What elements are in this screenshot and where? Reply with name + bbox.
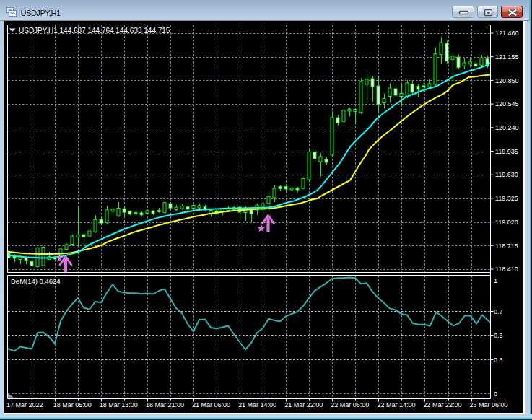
svg-text:121.460: 121.460 [495, 30, 519, 37]
svg-text:22 Mar 22:00: 22 Mar 22:00 [424, 401, 462, 408]
svg-text:0.7: 0.7 [494, 308, 503, 315]
svg-text:18 Mar 21:00: 18 Mar 21:00 [146, 401, 184, 408]
svg-text:0.5: 0.5 [494, 332, 503, 339]
svg-text:120.545: 120.545 [495, 100, 519, 108]
svg-text:22 Mar 06:00: 22 Mar 06:00 [331, 401, 369, 408]
svg-text:USDJPY,H1 144.687 144.764 144.: USDJPY,H1 144.687 144.764 144.633 144.71… [19, 27, 170, 35]
svg-text:118.715: 118.715 [495, 242, 518, 250]
svg-text:18 Mar 05:00: 18 Mar 05:00 [53, 401, 92, 408]
svg-text:118.410: 118.410 [495, 266, 518, 273]
svg-text:21 Mar 06:00: 21 Mar 06:00 [192, 401, 230, 408]
svg-text:119.325: 119.325 [495, 195, 518, 202]
svg-text:22 Mar 14:00: 22 Mar 14:00 [377, 401, 415, 408]
svg-text:21 Mar 14:00: 21 Mar 14:00 [238, 401, 276, 408]
svg-text:DeM(14) 0.4624: DeM(14) 0.4624 [11, 277, 61, 285]
svg-text:21 Mar 22:00: 21 Mar 22:00 [284, 401, 323, 408]
svg-text:121.155: 121.155 [495, 53, 519, 61]
svg-text:119.935: 119.935 [495, 148, 518, 155]
svg-text:1: 1 [494, 277, 497, 284]
svg-text:17 Mar 2022: 17 Mar 2022 [6, 401, 43, 408]
svg-text:119.020: 119.020 [495, 219, 518, 226]
svg-text:119.630: 119.630 [495, 171, 518, 178]
svg-text:120.850: 120.850 [495, 77, 519, 84]
svg-text:0.3: 0.3 [494, 356, 503, 364]
svg-text:18 Mar 13:00: 18 Mar 13:00 [100, 401, 138, 408]
svg-text:23 Mar 06:00: 23 Mar 06:00 [470, 401, 508, 408]
svg-text:120.240: 120.240 [495, 124, 519, 131]
svg-text:0: 0 [494, 390, 497, 398]
